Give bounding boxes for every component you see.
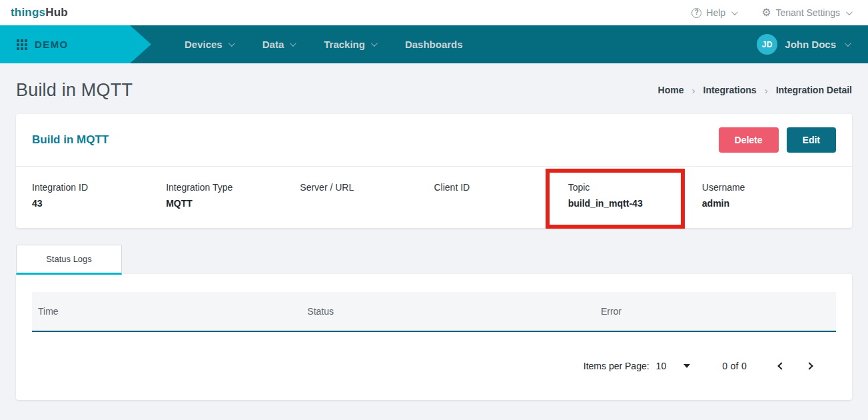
chevron-down-icon: [731, 9, 738, 15]
chevron-down-icon: [845, 40, 851, 47]
edit-button[interactable]: Edit: [787, 127, 836, 153]
field-label: Integration Type: [166, 182, 300, 193]
field-label: Username: [702, 182, 836, 193]
logo-part-hub: Hub: [45, 6, 68, 19]
chevron-down-icon: [228, 40, 235, 47]
logo-part-things: things: [11, 6, 45, 19]
field-value: MQTT: [166, 198, 300, 209]
integration-name: Build in MQTT: [32, 133, 109, 147]
field-label: Integration ID: [32, 182, 166, 193]
status-logs-card: Time Status Error Items per Page: 10 0 o…: [16, 274, 852, 400]
help-menu[interactable]: ? Help: [691, 7, 736, 18]
user-menu[interactable]: JD John Docs: [757, 25, 849, 63]
gear-icon: ⚙: [761, 7, 771, 18]
column-header-time: Time: [32, 306, 301, 317]
field-client-id: Client ID: [434, 182, 568, 209]
column-header-status: Status: [301, 306, 595, 317]
tab-status-logs[interactable]: Status Logs: [16, 245, 122, 275]
items-per-page-value: 10: [656, 361, 667, 371]
user-name: John Docs: [785, 39, 836, 50]
avatar: JD: [757, 34, 777, 55]
breadcrumb-separator: ›: [765, 85, 768, 96]
top-bar: thingsHub ? Help ⚙ Tenant Settings: [0, 0, 868, 25]
integration-fields: Integration ID 43 Integration Type MQTT …: [16, 167, 852, 228]
nav-item-label: Data: [262, 39, 284, 50]
nav-item-label: Tracking: [324, 39, 365, 50]
tenant-label: DEMO: [35, 39, 69, 50]
chevron-down-icon: [846, 9, 853, 15]
field-value: [434, 198, 568, 209]
chevron-right-icon: [805, 362, 813, 369]
column-header-error: Error: [595, 306, 836, 317]
chevron-down-icon: [371, 40, 378, 47]
chevron-left-icon: [777, 362, 785, 369]
field-value: admin: [702, 198, 836, 209]
caret-down-icon: [683, 364, 690, 368]
items-per-page-select[interactable]: 10: [656, 361, 691, 371]
breadcrumb-integrations[interactable]: Integrations: [703, 85, 757, 95]
breadcrumb-home[interactable]: Home: [658, 85, 684, 95]
nav-item-dashboards[interactable]: Dashboards: [405, 39, 463, 50]
help-label: Help: [706, 7, 725, 18]
nav-item-data[interactable]: Data: [262, 39, 295, 50]
field-label: Client ID: [434, 182, 568, 193]
tenant-settings-menu[interactable]: ⚙ Tenant Settings: [761, 7, 851, 18]
card-actions: Delete Edit: [719, 127, 836, 153]
page-content: Build in MQTT Home › Integrations › Inte…: [0, 77, 868, 400]
field-value: build_in_mqtt-43: [568, 198, 702, 209]
breadcrumb-separator: ›: [692, 85, 695, 96]
tab-bar: Status Logs: [16, 245, 852, 275]
grid-icon: [17, 39, 27, 50]
main-navbar: DEMO Devices Data Tracking Dashboards JD…: [0, 25, 868, 63]
page-range-text: 0 of 0: [722, 361, 747, 371]
nav-item-label: Dashboards: [405, 39, 463, 50]
breadcrumb-integration-detail: Integration Detail: [776, 85, 852, 95]
nav-item-devices[interactable]: Devices: [185, 39, 233, 50]
delete-button[interactable]: Delete: [719, 127, 779, 153]
tenant-selector-demo[interactable]: DEMO: [0, 25, 151, 63]
pagination: Items per Page: 10 0 of 0: [32, 355, 836, 377]
page-header: Build in MQTT Home › Integrations › Inte…: [16, 77, 852, 103]
nav-item-tracking[interactable]: Tracking: [324, 39, 376, 50]
chevron-down-icon: [290, 40, 296, 47]
items-per-page-label: Items per Page:: [584, 361, 650, 371]
breadcrumb: Home › Integrations › Integration Detail: [658, 85, 852, 96]
previous-page-button[interactable]: [776, 361, 787, 371]
tenant-settings-label: Tenant Settings: [775, 7, 840, 18]
next-page-button[interactable]: [804, 361, 815, 371]
field-label: Topic: [568, 182, 702, 193]
field-integration-id: Integration ID 43: [32, 182, 166, 209]
field-integration-type: Integration Type MQTT: [166, 182, 300, 209]
nav-menu: Devices Data Tracking Dashboards: [185, 25, 463, 63]
log-table-header: Time Status Error: [32, 292, 836, 332]
thingshub-logo[interactable]: thingsHub: [11, 6, 68, 19]
field-username: Username admin: [702, 182, 836, 209]
detail-card-header: Build in MQTT Delete Edit: [16, 114, 852, 167]
page-title: Build in MQTT: [16, 80, 133, 101]
field-server-url: Server / URL: [300, 182, 434, 209]
nav-item-label: Devices: [185, 39, 222, 50]
topbar-actions: ? Help ⚙ Tenant Settings: [691, 7, 851, 18]
help-icon: ?: [691, 8, 701, 18]
field-value: [300, 198, 434, 209]
field-topic: Topic build_in_mqtt-43: [568, 182, 702, 209]
integration-detail-card: Build in MQTT Delete Edit Integration ID…: [16, 114, 852, 228]
field-value: 43: [32, 198, 166, 209]
field-label: Server / URL: [300, 182, 434, 193]
